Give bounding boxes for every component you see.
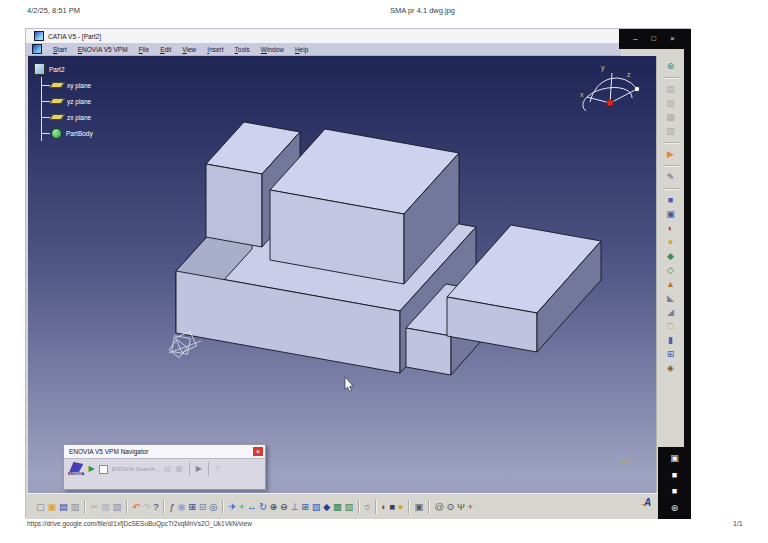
model-center-top[interactable] bbox=[270, 129, 459, 214]
compass-origin-handle[interactable] bbox=[607, 100, 613, 106]
tree-item-zx-plane[interactable]: zx plane bbox=[51, 109, 93, 125]
product-structure-icon[interactable]: ⊟ bbox=[199, 501, 207, 513]
comment-icon[interactable]: ◉ bbox=[177, 501, 185, 513]
loft-icon[interactable]: ▲ bbox=[664, 279, 678, 290]
tree-item-partbody[interactable]: PartBody bbox=[51, 125, 93, 141]
model-base-front[interactable] bbox=[176, 271, 400, 373]
rotate-icon[interactable]: ↻ bbox=[259, 501, 267, 513]
model-step-top[interactable] bbox=[406, 284, 490, 336]
menu-insert[interactable]: Insert bbox=[207, 46, 223, 53]
chamfer-icon[interactable]: ◢ bbox=[664, 307, 678, 318]
compass[interactable]: x y z bbox=[580, 64, 639, 111]
print-icon[interactable]: ▥ bbox=[70, 501, 79, 513]
formula-icon[interactable]: ƒ bbox=[170, 501, 175, 513]
enovia-connect-icon[interactable]: ▶ bbox=[89, 465, 95, 473]
pad-icon[interactable]: ■ bbox=[664, 195, 678, 206]
menu-enovia-v5-vpm[interactable]: ENOVIA V5 VPM bbox=[78, 46, 128, 53]
measure-icon[interactable]: ⊙ bbox=[447, 501, 455, 513]
cut-icon[interactable]: ✂ bbox=[90, 501, 98, 513]
mirror-icon[interactable]: ▮ bbox=[664, 335, 678, 346]
menu-view[interactable]: View bbox=[182, 46, 196, 53]
model-base-left[interactable] bbox=[176, 187, 252, 333]
shell-icon[interactable]: □ bbox=[664, 321, 678, 332]
menu-edit[interactable]: Edit bbox=[160, 46, 171, 53]
lock-icon[interactable]: ● bbox=[398, 501, 404, 513]
model-slab-front[interactable] bbox=[447, 297, 537, 352]
menu-help[interactable]: Help bbox=[295, 46, 308, 53]
menu-window[interactable]: Window bbox=[261, 46, 284, 53]
camera-icon[interactable]: ▣ bbox=[670, 453, 679, 463]
graph-tool-icon[interactable]: ■ bbox=[389, 501, 395, 513]
import-icon[interactable]: ▧ bbox=[664, 126, 678, 137]
region-capture-icon[interactable]: ■ bbox=[672, 486, 677, 496]
shaft-icon[interactable]: ◐ bbox=[664, 223, 678, 234]
menu-file[interactable]: File bbox=[139, 46, 150, 53]
model-center-front[interactable] bbox=[270, 190, 404, 284]
render-style-icon[interactable]: ▩ bbox=[333, 501, 342, 513]
capture-icon[interactable]: ▣ bbox=[414, 501, 423, 513]
scale-icon[interactable]: ◈ bbox=[664, 363, 678, 374]
window-capture-icon[interactable]: ■ bbox=[672, 470, 677, 480]
model-base-right[interactable] bbox=[400, 227, 476, 373]
model-cube-front[interactable] bbox=[206, 164, 262, 247]
title-bar[interactable]: CATIA V5 - [Part2] bbox=[26, 29, 621, 43]
cylinder-tool-icon[interactable]: ○ bbox=[364, 501, 370, 513]
enovia-save-icon[interactable]: ▤ bbox=[164, 465, 172, 473]
slot-icon[interactable]: ◇ bbox=[664, 265, 678, 276]
enovia-close-button[interactable]: × bbox=[253, 447, 263, 456]
maximize-button[interactable]: □ bbox=[652, 35, 657, 43]
close-button[interactable]: × bbox=[670, 35, 674, 43]
enovia-search-checkbox[interactable] bbox=[99, 465, 108, 474]
open-icon[interactable]: ▣ bbox=[47, 501, 56, 513]
apply-material-icon[interactable]: ◐ bbox=[381, 501, 387, 513]
undo-icon[interactable]: ↶ bbox=[132, 501, 140, 513]
multi-view-icon[interactable]: ⊞ bbox=[301, 501, 309, 513]
pattern-icon[interactable]: ⊞ bbox=[664, 349, 678, 360]
model-cube-right[interactable] bbox=[262, 132, 300, 247]
enovia-help-icon[interactable]: ? bbox=[215, 465, 219, 473]
tree-item-xy-plane[interactable]: xy plane bbox=[51, 77, 93, 93]
model-slab-right[interactable] bbox=[537, 241, 601, 352]
enovia-pointer-icon[interactable]: ▶ bbox=[196, 465, 202, 473]
redo-icon[interactable]: ↷ bbox=[143, 501, 151, 513]
settings-gear-icon[interactable]: ⊛ bbox=[671, 503, 679, 513]
iso-view-icon[interactable]: ▧ bbox=[312, 501, 321, 513]
normal-view-icon[interactable]: ⊥ bbox=[290, 501, 298, 513]
hole-icon[interactable]: ● bbox=[664, 237, 678, 248]
catalog-browser-icon[interactable]: ▤ bbox=[664, 84, 678, 95]
tree-root-part2[interactable]: Part2 bbox=[34, 61, 93, 77]
model-slab-top[interactable] bbox=[447, 225, 601, 313]
enovia-open-icon[interactable]: ▦ bbox=[175, 465, 183, 473]
hidden-line-icon[interactable]: ▨ bbox=[344, 501, 353, 513]
model-step-right[interactable] bbox=[451, 292, 490, 375]
menu-start[interactable]: Start bbox=[53, 46, 67, 53]
minimize-button[interactable]: – bbox=[633, 35, 637, 43]
model-cube-top[interactable] bbox=[206, 122, 300, 174]
sketcher-icon[interactable]: ✎ bbox=[664, 172, 678, 183]
model-step-front[interactable] bbox=[406, 328, 451, 375]
viewport-3d[interactable]: x y z Part2 xy plane yz bbox=[28, 56, 656, 493]
menu-tools[interactable]: Tools bbox=[235, 46, 250, 53]
select-arrow-icon[interactable]: ▶ bbox=[664, 149, 678, 160]
shading-icon[interactable]: ◆ bbox=[323, 501, 330, 513]
save-icon[interactable]: ▤ bbox=[59, 501, 68, 513]
copy-icon[interactable]: ▦ bbox=[101, 501, 110, 513]
fillet-icon[interactable]: ◣ bbox=[664, 293, 678, 304]
help-icon[interactable]: ? bbox=[153, 501, 158, 513]
origin-planes-indicator[interactable] bbox=[169, 331, 201, 357]
axis-system-icon[interactable]: + bbox=[467, 501, 473, 513]
paste-special-icon[interactable]: ▥ bbox=[664, 98, 678, 109]
design-table-icon[interactable]: ⊞ bbox=[188, 501, 196, 513]
pan-icon[interactable]: ↔ bbox=[247, 501, 257, 513]
fit-all-in-icon[interactable]: + bbox=[239, 501, 245, 513]
zoom-out-icon[interactable]: ⊖ bbox=[280, 501, 288, 513]
model-base-top[interactable] bbox=[176, 187, 476, 311]
pocket-icon[interactable]: ▣ bbox=[664, 209, 678, 220]
copy-special-icon[interactable]: ▦ bbox=[664, 112, 678, 123]
model-center-right[interactable] bbox=[404, 153, 459, 284]
paste-icon[interactable]: ▧ bbox=[112, 501, 121, 513]
compass-free-handle[interactable] bbox=[635, 87, 639, 91]
update-icon[interactable]: ⊛ bbox=[664, 61, 678, 72]
zoom-in-icon[interactable]: ⊕ bbox=[269, 501, 277, 513]
rib-icon[interactable]: ◆ bbox=[664, 251, 678, 262]
